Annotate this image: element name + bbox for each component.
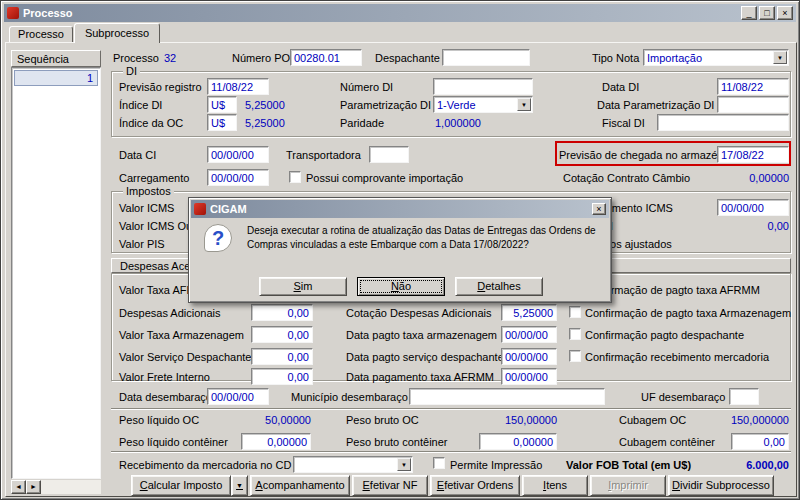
impostos-legend: Impostos bbox=[123, 185, 174, 197]
chevron-down-icon[interactable]: ▼ bbox=[397, 458, 411, 471]
permite-impressao-checkbox[interactable] bbox=[433, 457, 445, 469]
window-titlebar[interactable]: Processo _ □ × bbox=[4, 4, 796, 22]
parametrizacao-di-label: Parametrização DI bbox=[340, 99, 431, 111]
sim-button[interactable]: Sim bbox=[259, 277, 347, 296]
data-pagamento-afrmm-label: Data pagamento taxa AFRMM bbox=[346, 371, 494, 383]
data-pagto-despachante-field[interactable]: 00/00/00 bbox=[501, 348, 557, 365]
uf-desembaraco-field[interactable] bbox=[729, 388, 759, 405]
imprimir-button: Imprimir bbox=[590, 475, 666, 496]
paridade-label: Paridade bbox=[340, 117, 384, 129]
valor-servico-despachante-label: Valor Serviço Despachante bbox=[119, 351, 251, 363]
indice-oc-value: 5,25000 bbox=[245, 117, 285, 129]
peso-liquido-conteiner-field[interactable]: 0,00000 bbox=[241, 433, 311, 450]
carregamento-field[interactable]: 00/00/00 bbox=[207, 169, 269, 186]
sequencia-row-selected[interactable]: 1 bbox=[14, 70, 98, 86]
processo-value: 32 bbox=[164, 52, 176, 64]
peso-bruto-conteiner-field[interactable]: 0,00000 bbox=[479, 433, 557, 450]
despachante-label: Despachante bbox=[375, 52, 440, 64]
valor-taxa-armazenagem-field[interactable]: 0,00 bbox=[251, 326, 313, 343]
acompanhamento-button[interactable]: Acompanhamento bbox=[250, 475, 350, 496]
cotacao-despesas-field[interactable]: 5,25000 bbox=[501, 304, 557, 321]
previsao-registro-field[interactable]: 11/08/22 bbox=[207, 78, 269, 95]
efetivar-nf-button[interactable]: Efetivar NF bbox=[352, 475, 428, 496]
detalhes-button[interactable]: Detalhes bbox=[455, 277, 543, 296]
numero-po-field[interactable]: 00280.01 bbox=[290, 49, 362, 66]
numero-po-label: Número PO bbox=[232, 52, 290, 64]
numero-di-field[interactable] bbox=[433, 78, 533, 95]
efetivar-ordens-button[interactable]: Efetivar Ordens bbox=[430, 475, 520, 496]
processo-label: Processo bbox=[113, 52, 159, 64]
calcular-imposto-button[interactable]: Calcular Imposto bbox=[131, 475, 231, 496]
municipio-desembaraco-field[interactable] bbox=[409, 388, 605, 405]
data-pagto-armazenagem-field[interactable]: 00/00/00 bbox=[501, 326, 557, 343]
data-di-field[interactable]: 11/08/22 bbox=[717, 78, 789, 95]
parametrizacao-di-select[interactable]: 1-Verde ▼ bbox=[433, 96, 533, 113]
data-parametrizacao-di-field[interactable] bbox=[717, 96, 789, 113]
confirmacao-mercadoria-label: Confirmação recebimento mercadoria bbox=[585, 351, 769, 363]
data-ci-field[interactable]: 00/00/00 bbox=[207, 146, 269, 163]
minimize-icon[interactable]: _ bbox=[741, 6, 757, 20]
tab-processo[interactable]: Processo bbox=[9, 26, 73, 42]
window-title: Processo bbox=[23, 7, 739, 19]
confirmacao-despachante-label: Confirmação pagto despachante bbox=[585, 329, 744, 341]
confirmacao-mercadoria-checkbox[interactable] bbox=[569, 350, 581, 362]
fiscal-di-field[interactable] bbox=[657, 114, 789, 131]
calcular-imposto-dropdown-icon[interactable]: ▼ bbox=[231, 475, 248, 496]
cotacao-contrato-value: 0,00000 bbox=[701, 172, 789, 184]
confirmacao-armazenagem-checkbox[interactable] bbox=[569, 306, 581, 318]
close-icon[interactable]: × bbox=[777, 6, 793, 20]
indice-di-currency-field[interactable]: U$ bbox=[207, 96, 237, 113]
cubagem-oc-label: Cubagem OC bbox=[619, 414, 686, 426]
confirmacao-armazenagem-label: Confirmação de pagto taxa Armazenagem bbox=[585, 307, 791, 319]
sequencia-column-header[interactable]: Sequência bbox=[11, 50, 101, 67]
tipo-nota-label: Tipo Nota bbox=[592, 52, 639, 64]
dialog-message-line2: Compras vinculadas a este Embarque com a… bbox=[247, 239, 529, 250]
dividir-subprocesso-button[interactable]: Dividir Subprocesso bbox=[668, 475, 774, 496]
dialog-close-icon[interactable]: × bbox=[592, 203, 606, 215]
cotacao-despesas-label: Cotação Despesas Adicionais bbox=[346, 307, 492, 319]
processo-window: Processo _ □ × Processo Subprocesso Sequ… bbox=[0, 0, 800, 500]
tipo-nota-select[interactable]: Importação ▼ bbox=[643, 49, 789, 66]
data-pagamento-afrmm-field[interactable]: 00/00/00 bbox=[501, 368, 557, 385]
cigam-dialog: CIGAM × ? Deseja executar a rotina de at… bbox=[188, 197, 612, 303]
previsao-registro-label: Previsão registro bbox=[119, 81, 202, 93]
dialog-titlebar[interactable]: CIGAM × bbox=[191, 200, 609, 218]
scroll-right-icon[interactable]: ► bbox=[26, 480, 41, 494]
nao-button[interactable]: Não bbox=[357, 277, 445, 296]
app-icon bbox=[7, 7, 19, 19]
data-di-label: Data DI bbox=[602, 81, 639, 93]
carregamento-label: Carregamento bbox=[119, 172, 189, 184]
possui-comprovante-label: Possui comprovante importação bbox=[306, 172, 463, 184]
indice-oc-currency-field[interactable]: U$ bbox=[207, 114, 237, 131]
despesas-adicionais-field[interactable]: 0,00 bbox=[251, 304, 313, 321]
recebimento-cd-select[interactable]: ▼ bbox=[293, 456, 413, 473]
valor-ii-value: 0,00 bbox=[701, 220, 789, 232]
chevron-down-icon[interactable]: ▼ bbox=[517, 98, 531, 111]
di-legend: DI bbox=[123, 65, 140, 77]
maximize-icon[interactable]: □ bbox=[759, 6, 775, 20]
data-desembaraco-label: Data desembaraço bbox=[119, 391, 212, 403]
peso-liquido-oc-label: Peso líquido OC bbox=[119, 414, 199, 426]
cubagem-conteiner-field[interactable]: 0,00 bbox=[731, 433, 789, 450]
sequencia-list[interactable]: 1 bbox=[11, 67, 101, 479]
peso-liquido-oc-value: 50,00000 bbox=[241, 414, 311, 426]
valor-icms-label: Valor ICMS bbox=[119, 202, 174, 214]
question-icon: ? bbox=[204, 224, 232, 252]
valor-fob-value: 6.000,00 bbox=[701, 459, 789, 471]
confirmacao-despachante-checkbox[interactable] bbox=[569, 328, 581, 340]
valor-servico-despachante-field[interactable]: 0,00 bbox=[251, 348, 313, 365]
itens-button[interactable]: Itens bbox=[522, 475, 588, 496]
despachante-field[interactable] bbox=[442, 49, 530, 66]
transportadora-field[interactable] bbox=[369, 146, 409, 163]
data-desembaraco-field[interactable]: 00/00/00 bbox=[207, 388, 269, 405]
valor-frete-interno-field[interactable]: 0,00 bbox=[251, 368, 313, 385]
possui-comprovante-checkbox[interactable] bbox=[289, 171, 301, 183]
tab-subprocesso[interactable]: Subprocesso bbox=[74, 23, 160, 43]
chevron-down-icon[interactable]: ▼ bbox=[773, 51, 787, 64]
scroll-left-icon[interactable]: ◄ bbox=[11, 480, 26, 494]
numero-di-label: Número DI bbox=[340, 81, 393, 93]
data-parametrizacao-di-label: Data Parametrização DI bbox=[597, 99, 714, 111]
dialog-title: CIGAM bbox=[210, 203, 590, 215]
data-pagamento-icms-field[interactable]: 00/00/00 bbox=[717, 199, 789, 216]
cigam-icon bbox=[194, 203, 206, 215]
